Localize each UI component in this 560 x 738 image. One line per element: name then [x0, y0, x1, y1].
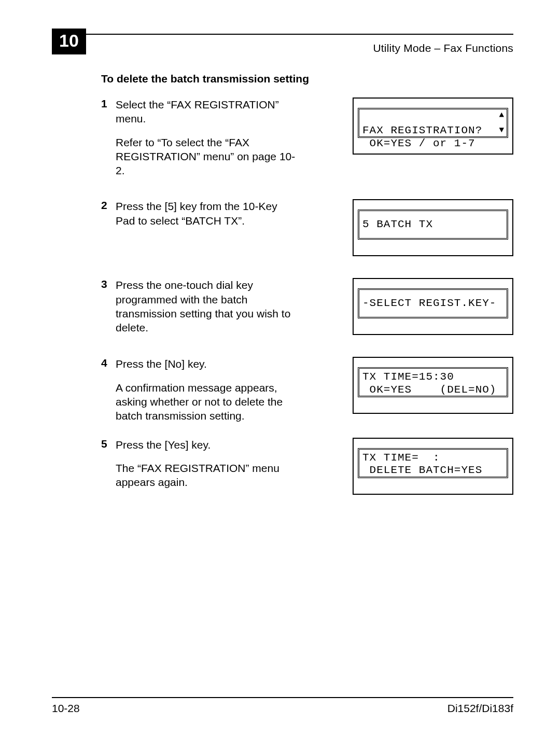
lcd-line: DELETE BATCH=YES [362, 464, 482, 476]
lcd-screen: FAX REGISTRATION?▲ OK=YES / or 1-7▼ [358, 108, 508, 138]
step-number: 3 [101, 278, 116, 290]
step-number: 2 [101, 199, 116, 212]
lcd-line: -SELECT REGIST.KEY- [362, 297, 496, 309]
lcd-screen: 5 BATCH TX [358, 210, 508, 240]
page-header: 10 Utility Mode – Fax Functions [52, 29, 513, 54]
step-row: 1 Select the “FAX REGISTRATION” menu. Re… [101, 98, 513, 177]
chapter-number: 10 [52, 29, 86, 54]
step-text: Select the “FAX REGISTRATION” menu. [116, 98, 298, 126]
lcd-panel: FAX REGISTRATION?▲ OK=YES / or 1-7▼ [353, 98, 513, 155]
lcd-screen: TX TIME= : DELETE BATCH=YES [358, 448, 508, 478]
lcd-line: TX TIME= : [362, 452, 440, 464]
lcd-screen: TX TIME=15:30 OK=YES (DEL=NO) [358, 367, 508, 397]
lcd-screen: -SELECT REGIST.KEY- [358, 288, 508, 318]
lcd-panel: TX TIME=15:30 OK=YES (DEL=NO) [353, 357, 513, 414]
page-footer: 10-28 Di152f/Di183f [52, 697, 513, 715]
header-title: Utility Mode – Fax Functions [373, 42, 513, 54]
step-subtext: The “FAX REGISTRATION” menu appears agai… [116, 461, 298, 490]
step-row: 4 Press the [No] key. A confirmation mes… [101, 357, 513, 423]
section-heading: To delete the batch transmission setting [101, 73, 513, 85]
step-text: Press the [5] key from the 10-Key Pad to… [116, 199, 298, 228]
model-label: Di152f/Di183f [447, 702, 513, 715]
manual-page: 10 Utility Mode – Fax Functions To delet… [0, 0, 560, 738]
lcd-panel: TX TIME= : DELETE BATCH=YES [353, 438, 513, 495]
lcd-panel: 5 BATCH TX [353, 199, 513, 256]
step-subtext: A confirmation message appears, asking w… [116, 381, 298, 423]
page-number: 10-28 [52, 702, 80, 715]
step-row: 3 Press the one-touch dial key programme… [101, 278, 513, 335]
lcd-line: FAX REGISTRATION? [362, 124, 482, 136]
arrow-down-icon: ▼ [499, 126, 505, 135]
step-number: 4 [101, 357, 116, 369]
step-text: Press the [Yes] key. [116, 438, 211, 452]
lcd-line: OK=YES / or 1-7 [362, 137, 475, 149]
lcd-line: 5 BATCH TX [362, 218, 433, 230]
lcd-line: TX TIME=15:30 [362, 371, 454, 383]
step-text: Press the [No] key. [116, 357, 207, 371]
lcd-line: OK=YES (DEL=NO) [362, 384, 496, 396]
step-number: 1 [101, 98, 116, 110]
footer-rule [52, 697, 513, 698]
step-row: 2 Press the [5] key from the 10-Key Pad … [101, 199, 513, 256]
step-row: 5 Press the [Yes] key. The “FAX REGISTRA… [101, 438, 513, 495]
step-subtext: Refer to “To select the “FAX REGISTRATIO… [116, 135, 298, 178]
content-area: To delete the batch transmission setting… [52, 73, 513, 495]
step-number: 5 [101, 438, 116, 450]
step-text: Press the one-touch dial key programmed … [116, 278, 298, 335]
lcd-panel: -SELECT REGIST.KEY- [353, 278, 513, 335]
arrow-up-icon: ▲ [499, 110, 505, 120]
